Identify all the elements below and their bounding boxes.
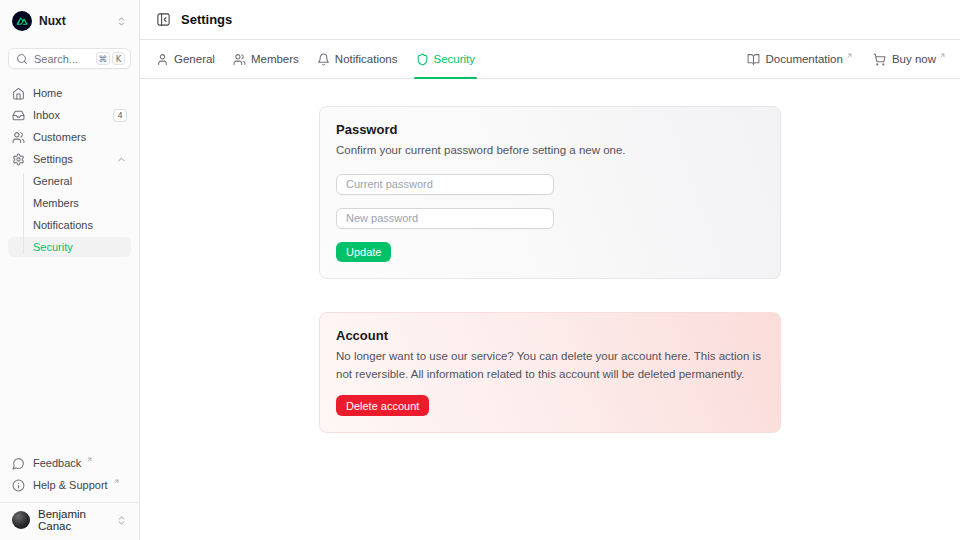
tab-actions: Documentation Buy now [747, 53, 946, 66]
external-link-icon [86, 456, 93, 463]
book-open-icon [747, 53, 760, 66]
gear-icon [12, 153, 25, 166]
user-name: Benjamin Canac [38, 508, 108, 532]
current-password-field[interactable] [336, 174, 554, 195]
tab-label: Members [251, 53, 299, 65]
sidebar-nav: Home Inbox 4 Customers Settings General [8, 83, 131, 259]
sidebar-item-label: Customers [33, 131, 86, 143]
tab-label: Security [434, 53, 476, 65]
workspace-selector[interactable]: Nuxt [8, 9, 131, 33]
tab-general[interactable]: General [156, 40, 215, 78]
kbd-k: K [112, 52, 125, 65]
sidebar-item-home[interactable]: Home [8, 83, 131, 103]
sidebar-item-settings[interactable]: Settings [8, 149, 131, 169]
account-card: Account No longer want to use our servic… [319, 312, 781, 434]
external-link-icon [939, 52, 946, 59]
sidebar-item-label: Members [33, 197, 79, 209]
user-icon [156, 53, 169, 66]
sidebar-footer: Feedback Help & Support Benjamin Canac [8, 453, 131, 540]
chevrons-up-down-icon [116, 515, 127, 526]
speech-bubble-icon [12, 457, 25, 470]
sidebar: Nuxt Search... ⌘ K Home Inbox 4 Cu [0, 0, 140, 540]
workspace-name: Nuxt [39, 14, 66, 28]
users-icon [233, 53, 246, 66]
collapse-sidebar-icon[interactable] [156, 12, 171, 27]
password-card: Password Confirm your current password b… [319, 106, 781, 279]
sidebar-item-label: General [33, 175, 72, 187]
tab-label: General [174, 53, 215, 65]
tabs: General Members Notifications Security [156, 40, 475, 78]
shield-icon [416, 53, 429, 66]
user-menu[interactable]: Benjamin Canac [8, 505, 131, 535]
inbox-icon [12, 109, 25, 122]
external-link-icon [113, 478, 120, 485]
chevron-up-icon [116, 154, 127, 165]
buy-now-link[interactable]: Buy now [873, 53, 946, 66]
kbd-command: ⌘ [96, 52, 111, 65]
submenu-guide [23, 173, 24, 254]
card-description: Confirm your current password before set… [336, 142, 764, 160]
sidebar-item-label: Notifications [33, 219, 93, 231]
search-input[interactable]: Search... ⌘ K [8, 48, 131, 69]
sidebar-item-label: Inbox [33, 109, 60, 121]
external-link-icon [846, 52, 853, 59]
avatar [12, 511, 30, 529]
documentation-link[interactable]: Documentation [747, 53, 853, 66]
sidebar-item-notifications[interactable]: Notifications [8, 215, 131, 235]
content: Password Confirm your current password b… [140, 79, 960, 540]
inbox-count-badge: 4 [113, 109, 127, 122]
delete-account-button[interactable]: Delete account [336, 395, 429, 416]
home-icon [12, 87, 25, 100]
shopping-cart-icon [873, 53, 886, 66]
sidebar-item-members[interactable]: Members [8, 193, 131, 213]
chevrons-up-down-icon [116, 16, 127, 27]
action-label: Documentation [766, 53, 843, 65]
info-circle-icon [12, 479, 25, 492]
users-icon [12, 131, 25, 144]
sidebar-item-label: Settings [33, 153, 73, 165]
tab-notifications[interactable]: Notifications [317, 40, 398, 78]
tab-label: Notifications [335, 53, 398, 65]
tab-security[interactable]: Security [416, 40, 476, 78]
sidebar-item-label: Home [33, 87, 62, 99]
help-support-link[interactable]: Help & Support [8, 475, 131, 495]
search-kbd-group: ⌘ K [96, 52, 126, 65]
sidebar-item-security[interactable]: Security [8, 237, 131, 257]
update-button[interactable]: Update [336, 242, 391, 262]
card-title: Password [336, 122, 764, 137]
search-icon [16, 53, 28, 65]
sidebar-item-inbox[interactable]: Inbox 4 [8, 105, 131, 125]
tab-members[interactable]: Members [233, 40, 299, 78]
search-placeholder: Search... [34, 53, 78, 65]
page-header: Settings [140, 0, 960, 40]
sidebar-item-label: Security [33, 241, 73, 253]
new-password-field[interactable] [336, 208, 554, 229]
settings-submenu: General Members Notifications Security [8, 171, 131, 257]
footer-link-label: Help & Support [33, 479, 108, 491]
tab-bar: General Members Notifications Security [140, 40, 960, 79]
footer-link-label: Feedback [33, 457, 81, 469]
app-root: Nuxt Search... ⌘ K Home Inbox 4 Cu [0, 0, 960, 540]
nuxt-logo-icon [12, 11, 32, 31]
page-title: Settings [181, 12, 232, 27]
sidebar-divider [0, 502, 139, 503]
bell-icon [317, 53, 330, 66]
sidebar-item-customers[interactable]: Customers [8, 127, 131, 147]
sidebar-item-general[interactable]: General [8, 171, 131, 191]
main-area: Settings General Members Notifications [140, 0, 960, 540]
card-title: Account [336, 328, 764, 343]
action-label: Buy now [892, 53, 936, 65]
feedback-link[interactable]: Feedback [8, 453, 131, 473]
card-description: No longer want to use our service? You c… [336, 348, 764, 384]
